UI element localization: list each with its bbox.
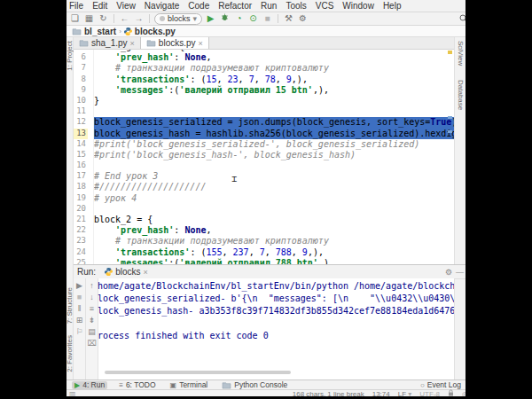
fold-gutter[interactable] <box>88 150 94 160</box>
toolwindow-4-run[interactable]: ▶4: Run <box>72 381 107 389</box>
toolwindow-python-console[interactable]: Python Console <box>219 381 290 389</box>
code-line[interactable]: 25 'messages':('валерий отправил 788 btn… <box>74 258 454 264</box>
menu-edit[interactable]: Edit <box>89 1 111 11</box>
fold-gutter[interactable] <box>88 52 94 63</box>
code-line[interactable]: 8 'transactions': (15, 23, 7, 78, 9,), <box>74 74 454 85</box>
code-line[interactable]: 16 <box>74 160 454 171</box>
debug-button[interactable] <box>219 13 231 24</box>
sync-icon[interactable]: ↻ <box>98 13 109 24</box>
code-line[interactable]: 21block_2 = { <box>74 215 454 225</box>
code-line[interactable]: 10} <box>74 96 454 106</box>
code-line[interactable]: 7 # транкзакции подразумевают криптовалю… <box>74 63 454 74</box>
caret-position[interactable]: 13:74 <box>372 390 390 397</box>
fold-gutter[interactable] <box>88 258 94 264</box>
hector-inspector-icon[interactable]: ◎ <box>462 390 466 397</box>
code-line[interactable]: 22 'prev_hash': None, <box>74 225 454 236</box>
print-icon[interactable]: ▤ <box>88 327 96 336</box>
toolwindow-terminal[interactable]: ▣Terminal <box>168 381 211 389</box>
fold-gutter[interactable] <box>88 106 94 117</box>
code-line[interactable]: 20 <box>74 204 454 215</box>
sidebar-item-structure[interactable]: 7: Structure <box>66 287 74 324</box>
forward-icon[interactable]: → <box>133 13 145 24</box>
run-with-coverage-button[interactable]: ◔ <box>233 13 245 24</box>
close-tab-icon[interactable]: × <box>130 39 135 48</box>
code-line[interactable]: 18#//////////////////// <box>74 182 454 192</box>
settings-wrench-icon[interactable]: ⚒ <box>283 13 294 24</box>
code-line[interactable]: 19# урок 4 <box>74 193 454 204</box>
save-all-icon[interactable]: ▦ <box>83 13 95 24</box>
fold-gutter[interactable] <box>88 182 94 192</box>
fold-gutter[interactable] <box>88 74 94 85</box>
file-encoding[interactable]: UTF-8 <box>419 390 440 397</box>
fold-gutter[interactable] <box>88 139 94 150</box>
menu-vcs[interactable]: VCS <box>312 1 338 11</box>
run-button[interactable]: ▶ <box>205 13 216 24</box>
fold-gutter[interactable] <box>88 193 94 204</box>
back-icon[interactable]: ← <box>119 13 130 24</box>
fold-gutter[interactable] <box>88 215 94 225</box>
search-everywhere-icon[interactable] <box>459 14 466 23</box>
line-separator-select[interactable]: LF ▾ <box>398 390 412 397</box>
tab-blocks-py[interactable]: blocks.py× <box>140 37 209 49</box>
project-structure-icon[interactable]: ⚙ <box>297 13 309 24</box>
tab-sha_1-py[interactable]: sha_1.py× <box>74 37 140 49</box>
down-stack-icon[interactable]: ↓ <box>90 293 94 301</box>
code-line[interactable]: 9 'messages':('валерий отправил 15 btn',… <box>74 85 454 96</box>
code-line[interactable]: 12block_genesis_serialized = json.dumps(… <box>74 117 454 128</box>
sidebar-item-database[interactable]: Database <box>457 80 465 110</box>
menu-file[interactable]: File <box>66 1 87 11</box>
profiler-button[interactable]: ⊙ <box>247 13 259 24</box>
gear-icon[interactable]: ⚙ <box>445 268 452 277</box>
menu-run[interactable]: Run <box>257 1 280 11</box>
menu-window[interactable]: Window <box>339 1 378 11</box>
scroll-to-end-icon[interactable]: ⇟ <box>89 316 96 325</box>
code-editor[interactable]: block_genesis = {6 'prev_hash': None,7 #… <box>74 50 454 264</box>
run-config-select[interactable]: blocks ▾ <box>154 13 202 25</box>
code-line[interactable]: 15#print('block_genesis_hash-', block_ge… <box>74 150 454 160</box>
menu-navigate[interactable]: Navigate <box>141 1 183 11</box>
run-console-output[interactable]: home/agate/BlockchainEnv/bl_startEnv/bin… <box>98 280 454 379</box>
readonly-lock-icon[interactable] <box>448 389 454 396</box>
event-log-button[interactable]: ○Event Log <box>418 381 464 389</box>
fold-gutter[interactable] <box>88 63 94 74</box>
menu-view[interactable]: View <box>113 1 139 11</box>
code-line[interactable]: 17# End урок 3 <box>74 171 454 182</box>
breadcrumb-project[interactable]: bl_start <box>84 27 116 36</box>
breadcrumb-file[interactable]: blocks.py <box>135 27 176 36</box>
stop-icon[interactable]: ■ <box>77 293 82 301</box>
fold-gutter[interactable] <box>88 236 94 246</box>
pin-icon[interactable]: ⚐ <box>75 327 82 336</box>
code-line[interactable]: 23 # транкзакции подразумевают криптовал… <box>74 236 454 246</box>
clear-all-icon[interactable]: ⌧ <box>87 339 96 348</box>
code-line[interactable]: 14#print('block_genesis_serialized-', bl… <box>74 139 454 150</box>
console-horizontal-scrollbar[interactable] <box>105 371 291 374</box>
menu-code[interactable]: Code <box>184 1 213 11</box>
menu-refactor[interactable]: Refactor <box>215 1 255 11</box>
menu-help[interactable]: Help <box>379 1 405 11</box>
fold-gutter[interactable] <box>88 171 94 182</box>
run-tab-blocks[interactable]: blocks × <box>99 266 153 278</box>
code-line[interactable]: 24 'transactions': (155, 237, 7, 788, 9,… <box>74 247 454 258</box>
fold-gutter[interactable] <box>88 129 94 139</box>
stop-button[interactable]: ■ <box>262 13 273 24</box>
fold-gutter[interactable] <box>88 225 94 236</box>
sidebar-item-favorites[interactable]: 2: Favorites <box>66 335 74 372</box>
up-stack-icon[interactable]: ↑ <box>90 281 94 290</box>
close-icon[interactable]: × <box>143 268 147 277</box>
code-line[interactable]: 11 <box>74 106 454 117</box>
fold-gutter[interactable] <box>88 204 94 215</box>
code-line[interactable]: 6 'prev_hash': None, <box>74 52 454 63</box>
pause-output-icon[interactable]: ‖ <box>78 304 82 313</box>
tool-window-toggle-icon[interactable]: ▥ <box>69 390 76 397</box>
toolwindow-6-todo[interactable]: ≡6: TODO <box>116 381 158 389</box>
fold-gutter[interactable] <box>88 160 94 171</box>
sidebar-item-project[interactable]: 1: Project <box>66 41 74 71</box>
sidebar-item-sciview[interactable]: SciView <box>457 41 465 66</box>
menu-tools[interactable]: Tools <box>282 1 309 11</box>
fold-gutter[interactable] <box>88 85 94 96</box>
soft-wrap-icon[interactable]: ≡ <box>90 304 94 313</box>
open-icon[interactable]: ❏ <box>69 13 81 24</box>
fold-gutter[interactable] <box>88 96 94 106</box>
fold-gutter[interactable] <box>88 247 94 258</box>
close-tab-icon[interactable]: × <box>199 39 203 48</box>
